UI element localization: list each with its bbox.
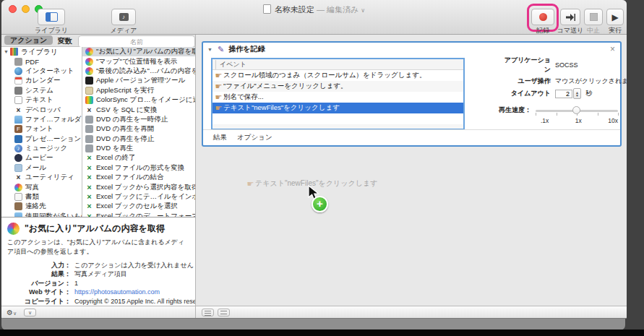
window-shadow — [1, 319, 625, 330]
slider-tick — [557, 113, 557, 116]
sidebar-item-movies[interactable]: ムービー — [1, 153, 82, 163]
action-list-item[interactable]: Apple バージョン管理ツール — [82, 76, 195, 85]
action-item-label: DVD の再生を停止 — [96, 134, 154, 144]
close-icon[interactable]: × — [610, 44, 615, 54]
action-item-label: DVD を再生 — [96, 144, 133, 153]
sidebar-item-library[interactable]: ▼ライブラリ — [1, 47, 82, 56]
sidebar-item-label: ユーティリティ — [25, 173, 74, 182]
disclosure-triangle-icon[interactable]: ▼ — [4, 49, 9, 54]
photos-flower-icon — [85, 58, 93, 66]
action-list-item[interactable]: Excel ブックから選択内容を取得 — [82, 182, 195, 191]
library-toggle-button[interactable] — [38, 9, 65, 25]
event-row[interactable]: ☛スクロール領域のつまみ（スクロールサム）をドラッグします。 — [212, 70, 463, 81]
pdf-icon — [14, 58, 22, 66]
slider-thumb[interactable] — [572, 106, 580, 114]
record-dot-icon — [539, 13, 547, 21]
sidebar-item-internet[interactable]: インターネット — [1, 66, 82, 76]
action-item-label: "お気に入り"アルバムの内容を取得 — [96, 47, 195, 56]
calendar-icon — [14, 77, 22, 85]
library-panel-icon — [46, 12, 58, 22]
sidebar-item-label: 連絡先 — [25, 202, 46, 211]
sidebar-item-fonts[interactable]: フォント — [1, 124, 82, 134]
library-icon — [10, 48, 18, 56]
sidebar-item-mail[interactable]: メール — [1, 163, 82, 173]
action-list-item[interactable]: DVD の再生を停止 — [82, 134, 195, 144]
action-list-item[interactable]: "最後の読み込み"…バムの内容を取得 — [82, 66, 195, 76]
action-list-item[interactable]: DVD を再生 — [82, 144, 195, 153]
panel-toggle-button[interactable]: ∨ — [24, 309, 36, 316]
action-list-item[interactable]: ColorSync プロ…をイメージに適用 — [82, 95, 195, 105]
results-toggle[interactable]: 結果 — [213, 133, 227, 142]
sidebar-item-label: ファイ…フォルダ — [25, 115, 82, 124]
action-item-label: Excel ファイルの形式を変換 — [96, 163, 184, 173]
slider-tick — [598, 113, 598, 116]
action-list-item[interactable]: DVD の再生を一時停止 — [82, 115, 195, 124]
presentation-icon — [14, 135, 22, 143]
description-fields: 入力：このアクションは入力を受け入れません 結果：写真メディア項目 バージョン：… — [1, 261, 195, 306]
hand-click-icon: ☛ — [214, 103, 223, 113]
sidebar-item-text[interactable]: テキスト — [1, 95, 82, 105]
run-play-icon: ▶ — [611, 13, 618, 22]
text-icon — [14, 96, 22, 104]
speed-slider[interactable] — [536, 106, 618, 115]
sidebar-item-system[interactable]: システム — [1, 86, 82, 95]
record-button[interactable] — [531, 9, 554, 25]
title-chevron-icon[interactable]: ∨ — [361, 7, 365, 14]
fonts-icon — [14, 125, 22, 133]
stack-view-button[interactable] — [218, 309, 230, 316]
sidebar-item-music[interactable]: ミュージック — [1, 144, 82, 153]
panel-header: ▼ ✎ 操作を記録 — [203, 43, 620, 56]
action-list-item[interactable]: Excel ブックのデ…ートフォーマット — [82, 212, 195, 217]
website-link[interactable]: https://photosautomation.com — [74, 288, 160, 296]
list-view-button[interactable] — [202, 309, 214, 316]
sidebar-item-developer[interactable]: デベロッパ — [1, 105, 82, 114]
action-list-item[interactable]: "マップ"で位置情報を表示 — [82, 56, 195, 66]
action-list-item[interactable]: Excel ファイルの結合 — [82, 173, 195, 182]
run-button[interactable]: ▶ — [606, 9, 624, 25]
action-item-label: Excel ブックのセルを選択 — [96, 202, 178, 211]
hand-click-icon: ☛ — [246, 179, 255, 189]
tab-actions[interactable]: アクション — [4, 35, 53, 45]
sidebar-item-files-folders[interactable]: ファイ…フォルダ — [1, 115, 82, 124]
sidebar-item-pdf[interactable]: PDF — [1, 56, 82, 66]
excel-icon — [85, 173, 93, 181]
action-list-item[interactable]: CSV を SQL に変換 — [82, 105, 195, 114]
tab-variables[interactable]: 変数 — [58, 36, 72, 46]
sidebar-item-label: プレゼ…ーション — [25, 134, 81, 144]
sidebar-item-presentation[interactable]: プレゼ…ーション — [1, 134, 82, 144]
sidebar-item-documents[interactable]: 書類 — [1, 192, 82, 202]
sidebar-item-label: デベロッパ — [25, 105, 61, 115]
event-column-header[interactable]: イベント — [212, 59, 463, 70]
stop-button[interactable] — [584, 9, 603, 25]
sidebar-item-calendar[interactable]: カレンダー — [1, 76, 82, 85]
search-input[interactable] — [78, 35, 195, 48]
media-button[interactable]: ♪ — [111, 9, 136, 25]
action-list-item[interactable]: AppleScript を実行 — [82, 86, 195, 95]
action-list-item[interactable]: "お気に入り"アルバムの内容を取得 — [82, 47, 195, 56]
timeout-stepper[interactable]: ▲▼ — [573, 88, 581, 99]
action-list-item[interactable]: Excel の終了 — [82, 153, 195, 163]
contacts-icon — [14, 202, 22, 210]
timeout-input[interactable] — [555, 90, 572, 98]
event-row-selected[interactable]: ☛テキスト"newFiles"をクリックします — [212, 103, 463, 113]
sidebar-item-photos[interactable]: 写真 — [1, 182, 82, 191]
step-button[interactable] — [560, 9, 580, 25]
toolbar: 名称未設定 — 編集済み ∨ ライブラリ ♪ メディア 記録 コマ送り 中 — [1, 0, 627, 35]
options-toggle[interactable]: オプション — [237, 133, 272, 142]
event-row[interactable]: ☛別名で保存... — [212, 92, 463, 103]
disclosure-triangle-icon[interactable]: ▼ — [207, 47, 212, 52]
gear-menu-button[interactable]: ⚙∨ — [7, 309, 17, 316]
action-item-label: Excel ファイルの結合 — [96, 173, 163, 182]
result-label: 結果： — [1, 270, 71, 278]
music-icon — [14, 145, 22, 152]
action-list-item[interactable]: DVD の再生を再開 — [82, 124, 195, 134]
sidebar-item-contacts[interactable]: 連絡先 — [1, 202, 82, 211]
sidebar-item-most-used[interactable]: 使用回数が多いもの — [1, 212, 82, 217]
photos-flower-icon — [85, 48, 93, 56]
action-list-item[interactable]: Excel ブックのセルを選択 — [82, 202, 195, 211]
system-icon — [14, 87, 22, 95]
action-list-item[interactable]: Excel ブックにテ…イルをインポート — [82, 192, 195, 202]
event-row[interactable]: ☛"ファイル"メニューをクリックします。 — [212, 81, 463, 92]
sidebar-item-utilities[interactable]: ユーティリティ — [1, 173, 82, 182]
action-list-item[interactable]: Excel ファイルの形式を変換 — [82, 163, 195, 173]
